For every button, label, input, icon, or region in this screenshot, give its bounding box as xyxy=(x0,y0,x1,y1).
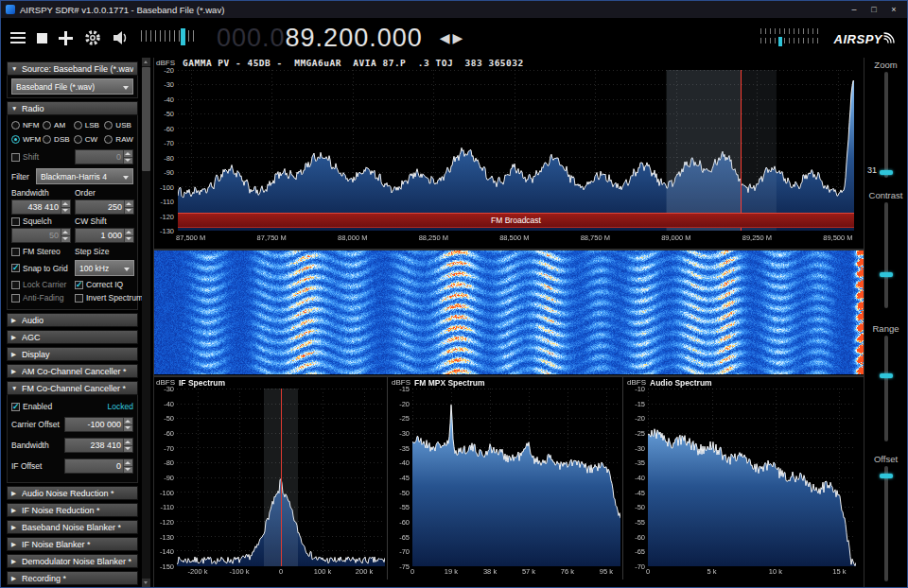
canceller-bandwidth-spinner[interactable]: 238 410 xyxy=(64,438,133,453)
y-axis-label: -60 xyxy=(625,533,645,542)
x-axis-label: 5 k xyxy=(707,567,717,576)
squelch-checkbox[interactable]: Squelch xyxy=(11,216,71,226)
filter-select[interactable]: Blackman-Harris 4 xyxy=(36,168,133,184)
spinner-arrows[interactable] xyxy=(123,418,132,431)
cw-shift-spinner[interactable]: 1 000 xyxy=(75,228,134,243)
spinner-arrows[interactable] xyxy=(123,439,132,452)
panel-title: IF Spectrum xyxy=(179,378,225,388)
source-panel-header[interactable]: ▼ Source: Baseband File (*.wav) xyxy=(7,61,138,76)
spinner-arrows[interactable] xyxy=(61,229,70,242)
snap-to-grid-checkbox[interactable]: ✓ Snap to Grid xyxy=(11,264,71,273)
panel-agc[interactable]: ▶AGC xyxy=(7,330,138,344)
spinner-arrows[interactable] xyxy=(61,200,70,214)
fm-cochannel-header[interactable]: ▼ FM Co-Channel Canceller * xyxy=(7,381,138,395)
demod-mode-grid: NFMAMLSBUSBWFMDSBCWRAW xyxy=(11,121,133,144)
lock-carrier-checkbox[interactable]: Lock Carrier xyxy=(11,280,71,289)
panel-am-co-channel-canceller[interactable]: ▶AM Co-Channel Canceller * xyxy=(7,364,138,378)
invert-spectrum-checkbox[interactable]: Invert Spectrum xyxy=(75,293,134,303)
mode-usb[interactable]: USB xyxy=(104,121,133,130)
order-spinner[interactable]: 250 xyxy=(75,199,134,215)
panel-if-noise-blanker[interactable]: ▶IF Noise Blanker * xyxy=(7,537,138,551)
tune-step-down-icon[interactable]: ◀ xyxy=(440,30,453,45)
fft-slider-handle[interactable] xyxy=(778,37,782,46)
panel-baseband-noise-blanker[interactable]: ▶Baseband Noise Blanker * xyxy=(7,520,138,534)
spinner-down-icon[interactable] xyxy=(125,207,133,215)
scrollbar-up-icon[interactable] xyxy=(142,58,150,66)
fm-stereo-checkbox[interactable]: FM Stereo xyxy=(11,247,71,256)
waterfall-display[interactable] xyxy=(154,251,864,374)
panel-audio-noise-reduction[interactable]: ▶Audio Noise Reduction * xyxy=(7,486,138,500)
anti-fading-checkbox[interactable]: Anti-Fading xyxy=(11,293,71,303)
shift-checkbox[interactable]: Shift xyxy=(11,152,71,162)
panel-display[interactable]: ▶Display xyxy=(7,347,138,361)
spectrum-display[interactable] xyxy=(178,70,854,231)
mode-lsb[interactable]: LSB xyxy=(74,121,103,130)
squelch-spinner[interactable]: 50 xyxy=(11,228,71,243)
spinner-down-icon[interactable] xyxy=(61,235,70,243)
mode-am[interactable]: AM xyxy=(43,121,72,130)
mode-wfm[interactable]: WFM xyxy=(11,135,41,144)
offset-slider[interactable] xyxy=(884,466,888,581)
filter-label: Filter xyxy=(11,172,32,182)
spinner-arrows[interactable] xyxy=(123,459,132,473)
menu-icon[interactable] xyxy=(10,32,26,43)
y-axis-label: -60 xyxy=(154,429,174,438)
frequency-display[interactable]: 000.089.200.000 xyxy=(217,24,423,53)
canceller-enabled-checkbox[interactable]: ✓ Enabled xyxy=(11,402,52,411)
contrast-slider[interactable] xyxy=(884,202,888,308)
mode-dsb[interactable]: DSB xyxy=(43,135,72,144)
volume-slider[interactable] xyxy=(141,27,196,48)
shift-spinner[interactable]: 0 xyxy=(75,149,133,164)
panel-audio[interactable]: ▶Audio xyxy=(7,313,138,327)
panel-recording[interactable]: ▶Recording * xyxy=(7,571,138,585)
spinner-down-icon[interactable] xyxy=(124,157,132,164)
spinner-down-icon[interactable] xyxy=(125,235,133,243)
audio-spectrum-display[interactable] xyxy=(648,389,856,566)
spinner-down-icon[interactable] xyxy=(124,445,132,453)
spinner-down-icon[interactable] xyxy=(61,207,70,215)
panel-title: Audio Spectrum xyxy=(650,378,712,388)
panel-demodulator-noise-blanker[interactable]: ▶Demodulator Noise Blanker * xyxy=(7,554,138,568)
speaker-icon[interactable] xyxy=(113,30,130,45)
spinner-down-icon[interactable] xyxy=(124,466,132,474)
spinner-down-icon[interactable] xyxy=(124,424,132,432)
panel-if-noise-reduction[interactable]: ▶IF Noise Reduction * xyxy=(7,503,138,517)
correct-iq-checkbox[interactable]: ✓ Correct IQ xyxy=(75,280,134,289)
radio-dot xyxy=(43,135,51,144)
range-slider[interactable] xyxy=(884,336,888,441)
spinner-arrows[interactable] xyxy=(123,150,132,164)
offset-slider-handle[interactable] xyxy=(880,474,893,478)
bandwidth-spinner[interactable]: 438 410 xyxy=(11,199,71,215)
radio-panel-header[interactable]: ▼ Radio xyxy=(7,101,138,115)
carrier-offset-spinner[interactable]: -100 000 xyxy=(64,417,133,432)
zoom-slider-handle[interactable] xyxy=(880,170,893,175)
spinner-arrows[interactable] xyxy=(124,229,133,242)
add-button[interactable] xyxy=(59,31,73,45)
zoom-slider[interactable] xyxy=(884,72,888,178)
if-spectrum-display[interactable] xyxy=(177,389,385,566)
if-offset-spinner[interactable]: 0 xyxy=(64,458,133,474)
stop-button[interactable] xyxy=(37,33,47,43)
carrier-offset-label: Carrier Offset xyxy=(11,420,61,429)
range-slider-handle[interactable] xyxy=(880,373,893,378)
y-axis-label: -100 xyxy=(154,183,174,192)
volume-slider-handle[interactable] xyxy=(181,28,185,45)
collapse-arrow-icon: ▶ xyxy=(11,317,18,324)
contrast-slider-handle[interactable] xyxy=(880,272,893,277)
mpx-spectrum-display[interactable] xyxy=(412,389,620,566)
maximize-button[interactable]: □ xyxy=(865,4,882,16)
tune-step-up-icon[interactable]: ▶ xyxy=(453,30,466,45)
close-button[interactable]: × xyxy=(885,4,902,16)
mode-cw[interactable]: CW xyxy=(74,135,103,144)
mode-nfm[interactable]: NFM xyxy=(11,121,41,130)
scrollbar-thumb[interactable] xyxy=(142,67,150,171)
settings-gear-icon[interactable] xyxy=(84,29,101,46)
fft-resolution-slider[interactable] xyxy=(760,28,821,47)
spinner-arrows[interactable] xyxy=(124,200,133,214)
step-size-select[interactable]: 100 kHz xyxy=(75,260,134,276)
mode-raw[interactable]: RAW xyxy=(104,135,133,144)
minimize-button[interactable]: – xyxy=(846,4,863,16)
radio-dot xyxy=(74,135,82,144)
scrollbar-down-icon[interactable] xyxy=(142,579,150,587)
source-select[interactable]: Baseband File (*.wav) xyxy=(11,78,133,95)
